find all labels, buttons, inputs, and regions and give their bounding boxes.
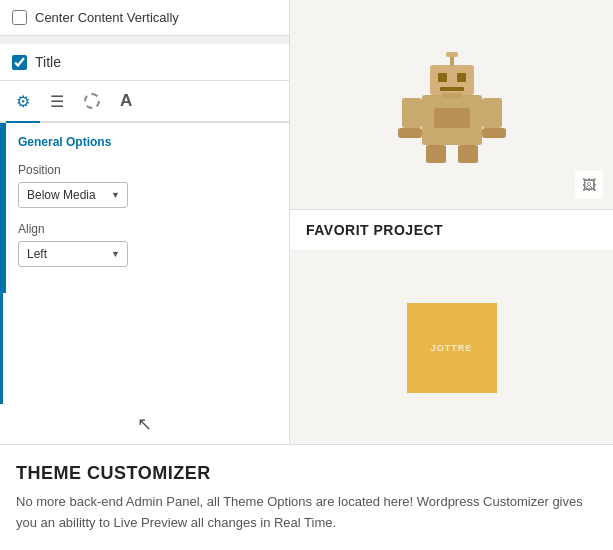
tab-general[interactable]: ⚙ [6, 82, 40, 123]
svg-rect-3 [402, 98, 422, 128]
svg-rect-7 [438, 73, 447, 82]
tab-align[interactable]: ☰ [40, 82, 74, 123]
section-title: General Options [18, 135, 277, 149]
position-select-wrapper: Below Media Above Media Overlay [18, 182, 128, 208]
robot-image [392, 40, 512, 170]
align-label: Align [18, 222, 277, 236]
title-row: Title [0, 44, 289, 81]
font-icon: A [120, 91, 132, 111]
general-options-panel: General Options Position Below Media Abo… [3, 123, 289, 293]
tabs-bar: ⚙ ☰ A [0, 81, 289, 123]
align-select-wrapper: Left Center Right [18, 241, 128, 267]
svg-rect-5 [426, 145, 446, 163]
title-checkbox[interactable] [12, 55, 27, 70]
gear-icon: ⚙ [16, 92, 30, 111]
center-content-checkbox[interactable] [12, 10, 27, 25]
svg-rect-10 [434, 108, 470, 128]
align-select[interactable]: Left Center Right [18, 241, 128, 267]
border-icon [84, 93, 100, 109]
center-content-label: Center Content Vertically [35, 10, 179, 25]
card-title-area: FAVORIT PROJECT [290, 210, 613, 251]
preview-panel: 🖼 FAVORIT PROJECT JOTTRE [290, 0, 613, 444]
tab-font[interactable]: A [110, 81, 142, 123]
yellow-box-label: JOTTRE [431, 343, 473, 353]
svg-rect-4 [482, 98, 502, 128]
preview-card-2: JOTTRE [290, 251, 613, 444]
align-icon: ☰ [50, 92, 64, 111]
bottom-description: No more back-end Admin Panel, all Theme … [16, 492, 597, 534]
position-label: Position [18, 163, 277, 177]
position-select[interactable]: Below Media Above Media Overlay [18, 182, 128, 208]
svg-rect-12 [446, 52, 458, 57]
svg-rect-13 [398, 128, 422, 138]
center-content-row: Center Content Vertically [0, 0, 289, 36]
svg-rect-9 [440, 87, 464, 91]
tab-border[interactable] [74, 83, 110, 121]
image-placeholder-icon: 🖼 [575, 171, 603, 199]
align-field: Align Left Center Right [18, 222, 277, 267]
svg-rect-6 [458, 145, 478, 163]
cursor-icon: ↖ [137, 413, 152, 435]
settings-panel: Center Content Vertically Title ⚙ ☰ A Ge… [0, 0, 290, 444]
bottom-title: THEME CUSTOMIZER [16, 463, 597, 484]
divider [0, 36, 289, 44]
svg-rect-8 [457, 73, 466, 82]
yellow-box: JOTTRE [407, 303, 497, 393]
position-field: Position Below Media Above Media Overlay [18, 163, 277, 208]
picture-icon: 🖼 [582, 177, 596, 193]
bottom-section: THEME CUSTOMIZER No more back-end Admin … [0, 444, 613, 550]
svg-rect-14 [482, 128, 506, 138]
preview-card-1: 🖼 [290, 0, 613, 210]
cursor-area: ↖ [0, 404, 289, 444]
title-label: Title [35, 54, 61, 70]
svg-rect-2 [442, 93, 462, 98]
project-title: FAVORIT PROJECT [306, 222, 443, 238]
